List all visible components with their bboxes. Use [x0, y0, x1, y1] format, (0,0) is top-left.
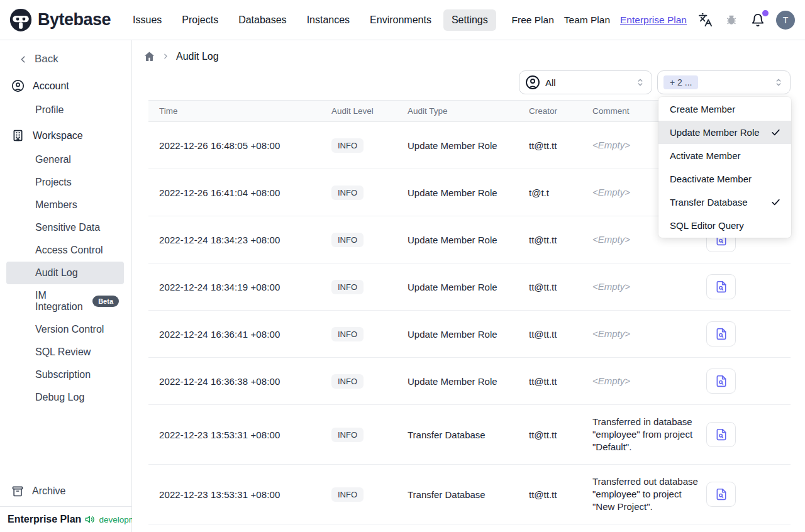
sidebar-item-label: Members [35, 199, 77, 211]
bytebase-logo-icon [9, 8, 33, 32]
nav-icons: T [697, 11, 795, 30]
sidebar-item-label: Subscription [35, 369, 91, 380]
sidebar-item-label: Profile [35, 104, 64, 116]
sidebar-item-label: Debug Log [35, 392, 84, 403]
menu-item-update-member-role[interactable]: Update Member Role [658, 121, 791, 144]
menu-item-activate-member[interactable]: Activate Member [658, 144, 791, 167]
user-circle-icon [11, 79, 25, 92]
sidebar-item-audit-log[interactable]: Audit Log [6, 262, 124, 284]
cell-creator: tt@tt.tt [529, 405, 592, 465]
cell-audit-type: Update Member Role [408, 216, 529, 263]
cell-comment: <Empty> [592, 358, 706, 405]
table-row: 2022-12-24 16:36:41 +08:00 INFO Update M… [148, 311, 791, 358]
sidebar-item-label: IM Integration [35, 290, 88, 313]
sidebar-item-version-control[interactable]: Version Control [6, 318, 124, 341]
audit-level-badge: INFO [331, 428, 364, 442]
cell-time: 2022-12-23 13:53:31 +08:00 [148, 465, 331, 524]
menu-item-sql-editor-query[interactable]: SQL Editor Query [658, 214, 791, 237]
cell-creator: tt@tt.tt [529, 216, 592, 263]
speaker-icon[interactable] [85, 514, 95, 524]
nav-instances[interactable]: Instances [299, 9, 358, 31]
sidebar-section-workspace: Workspace [0, 121, 131, 148]
chevron-left-icon [18, 54, 28, 65]
table-row: 2022-12-24 16:36:38 +08:00 INFO Update M… [148, 358, 791, 405]
chevron-up-down-icon [635, 77, 645, 88]
sidebar-spacer [0, 409, 131, 477]
cell-time: 2022-12-24 16:36:38 +08:00 [148, 358, 331, 405]
sidebar-item-debug-log[interactable]: Debug Log [6, 386, 124, 409]
team-plan-link[interactable]: Team Plan [564, 14, 610, 26]
cell-audit-type: Update Member Role [408, 169, 529, 216]
audit-type-filter-menu: Create Member Update Member Role Activat… [658, 97, 791, 238]
nav-databases[interactable]: Databases [230, 9, 295, 31]
col-header-time: Time [148, 101, 331, 122]
view-payload-button[interactable] [706, 274, 736, 299]
filter-row: All + 2 ... [132, 62, 805, 100]
creator-filter-value: All [545, 77, 630, 88]
sidebar-item-label: Sensitive Data [35, 222, 100, 233]
chevron-up-down-icon [774, 77, 784, 88]
bytebase-logo[interactable]: Bytebase [9, 8, 111, 32]
audit-level-badge: INFO [331, 280, 364, 294]
view-payload-button[interactable] [706, 369, 736, 394]
cell-time: 2022-12-24 18:34:23 +08:00 [148, 216, 331, 263]
cell-comment: Transferred in database "employee" from … [592, 405, 706, 465]
account-title: Account [33, 80, 69, 92]
cell-comment: Transferred out database "employee" to p… [592, 465, 706, 524]
sidebar-item-projects[interactable]: Projects [6, 171, 124, 194]
cell-audit-type: Update Member Role [408, 311, 529, 358]
user-avatar[interactable]: T [776, 11, 795, 30]
menu-item-label: Activate Member [670, 150, 741, 161]
sidebar-item-profile[interactable]: Profile [6, 99, 124, 121]
main-nav: Issues Projects Databases Instances Envi… [125, 9, 496, 31]
archive-button[interactable]: Archive [0, 477, 131, 506]
menu-item-deactivate-member[interactable]: Deactivate Member [658, 167, 791, 191]
cell-time: 2022-12-24 16:36:41 +08:00 [148, 311, 331, 358]
sidebar-item-label: Audit Log [35, 267, 78, 279]
menu-item-label: Update Member Role [670, 127, 760, 138]
menu-item-label: SQL Editor Query [670, 220, 744, 231]
current-plan-label: Enterprise Plan [8, 514, 81, 525]
audit-level-badge: INFO [331, 233, 364, 247]
language-icon[interactable] [697, 12, 713, 28]
sidebar-item-access-control[interactable]: Access Control [6, 239, 124, 262]
table-row: 2022-12-23 13:53:31 +08:00 INFO Transfer… [148, 465, 791, 524]
notification-dot [762, 10, 769, 16]
menu-item-transfer-database[interactable]: Transfer Database [658, 191, 791, 214]
nav-settings[interactable]: Settings [443, 9, 496, 31]
beta-badge: Beta [92, 296, 119, 307]
sidebar-item-label: General [35, 154, 71, 165]
check-icon [770, 127, 781, 138]
home-icon[interactable] [143, 50, 155, 62]
sidebar-item-im-integration[interactable]: IM Integration Beta [6, 284, 124, 318]
sidebar-item-members[interactable]: Members [6, 194, 124, 216]
notifications-bell-icon[interactable] [750, 12, 766, 28]
cell-audit-type: Transfer Database [408, 405, 529, 465]
sidebar-item-general[interactable]: General [6, 148, 124, 171]
view-payload-button[interactable] [706, 422, 736, 447]
cell-creator: tt@tt.tt [529, 311, 592, 358]
creator-filter-select[interactable]: All [519, 70, 652, 94]
sidebar-item-sensitive-data[interactable]: Sensitive Data [6, 216, 124, 239]
view-payload-button[interactable] [706, 321, 736, 346]
back-button[interactable]: Back [0, 40, 131, 72]
cell-audit-type: Update Member Role [408, 263, 529, 311]
nav-environments[interactable]: Environments [362, 9, 440, 31]
nav-projects[interactable]: Projects [174, 9, 226, 31]
sidebar-item-sql-review[interactable]: SQL Review [6, 341, 124, 363]
sidebar-item-label: SQL Review [35, 346, 91, 358]
sidebar-item-subscription[interactable]: Subscription [6, 363, 124, 386]
plan-bar: Enterprise Plan development [0, 506, 131, 532]
nav-issues[interactable]: Issues [125, 9, 170, 31]
menu-item-create-member[interactable]: Create Member [658, 97, 791, 121]
bug-report-icon[interactable] [723, 12, 740, 28]
col-header-audit-level: Audit Level [331, 101, 408, 122]
menu-item-label: Create Member [670, 104, 735, 114]
free-plan-link[interactable]: Free Plan [512, 14, 554, 26]
cell-creator: tt@tt.tt [529, 263, 592, 311]
view-payload-button[interactable] [706, 482, 736, 507]
audit-level-badge: INFO [331, 327, 364, 341]
enterprise-plan-link[interactable]: Enterprise Plan [620, 14, 687, 26]
back-label: Back [35, 53, 58, 65]
audit-type-filter-select[interactable]: + 2 ... [657, 70, 791, 94]
